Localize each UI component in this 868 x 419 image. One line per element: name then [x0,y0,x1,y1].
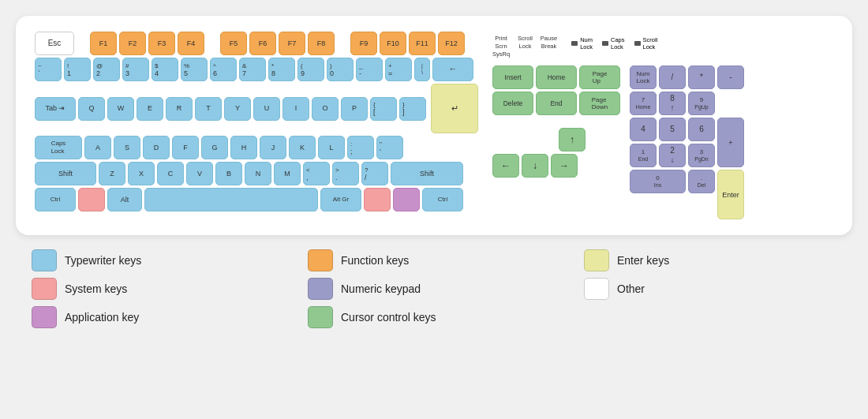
key-ctrl-left[interactable]: Ctrl [35,188,76,211]
key-m[interactable]: M [274,162,301,185]
key-a[interactable]: A [84,136,111,159]
key-menu[interactable] [393,188,420,211]
key-home[interactable]: Home [536,65,577,89]
key-2[interactable]: @2 [93,58,120,81]
key-backspace[interactable]: ← [432,58,473,81]
key-num8[interactable]: 8↑ [659,92,686,115]
key-f8[interactable]: F8 [308,32,335,55]
key-page-up[interactable]: PageUp [579,65,620,89]
key-slash[interactable]: ?/ [361,162,388,185]
key-win-left[interactable] [78,188,105,211]
key-w[interactable]: W [107,97,134,121]
key-win-right[interactable] [364,188,391,211]
key-minus[interactable]: _- [356,58,383,81]
key-num-enter[interactable]: Enter [717,170,744,219]
key-num-plus[interactable]: + [717,118,744,167]
key-g[interactable]: G [201,136,228,159]
key-num6[interactable]: 6 [688,118,715,141]
key-esc[interactable]: Esc [35,32,74,55]
key-f9[interactable]: F9 [350,32,377,55]
key-f11[interactable]: F11 [409,32,436,55]
key-f12[interactable]: F12 [438,32,465,55]
key-f5[interactable]: F5 [220,32,247,55]
key-tab[interactable]: Tab ⇥ [35,97,76,121]
key-4[interactable]: $4 [152,58,178,81]
key-period[interactable]: >. [332,162,359,185]
key-arrow-up[interactable]: ↑ [559,128,586,152]
key-alt-left[interactable]: Alt [107,188,142,211]
key-shift-right[interactable]: Shift [391,162,463,185]
key-q[interactable]: Q [78,97,105,121]
key-caps-lock[interactable]: CapsLock [35,136,82,159]
key-f2[interactable]: F2 [119,32,146,55]
key-equals[interactable]: += [385,58,412,81]
key-page-down[interactable]: PageDown [579,92,620,115]
key-j[interactable]: J [260,136,286,159]
key-quote[interactable]: "' [376,136,403,159]
key-v[interactable]: V [186,162,213,185]
key-b[interactable]: B [215,162,242,185]
key-pipe[interactable]: |\ [414,58,430,81]
key-num7[interactable]: 7Home [630,92,657,115]
key-semicolon[interactable]: :; [347,136,374,159]
key-f6[interactable]: F6 [249,32,276,55]
key-backtick[interactable]: ~` [35,58,62,81]
key-9[interactable]: (9 [297,58,324,81]
key-f3[interactable]: F3 [148,32,175,55]
key-delete[interactable]: Delete [492,92,533,115]
key-f10[interactable]: F10 [380,32,406,55]
key-num-slash[interactable]: / [659,65,686,89]
key-f4[interactable]: F4 [178,32,204,55]
key-shift-left[interactable]: Shift [35,162,96,185]
key-f[interactable]: F [172,136,199,159]
key-d[interactable]: D [143,136,170,159]
key-num-minus[interactable]: - [717,65,744,89]
key-ctrl-right[interactable]: Ctrl [422,188,463,211]
key-num0[interactable]: 0Ins [630,170,686,193]
key-1[interactable]: !1 [64,58,91,81]
key-alt-gr[interactable]: Alt Gr [320,188,361,211]
key-h[interactable]: H [230,136,257,159]
key-num4[interactable]: 4 [630,118,657,141]
key-s[interactable]: S [114,136,140,159]
key-num5[interactable]: 5 [659,118,686,141]
key-arrow-right[interactable]: → [551,154,578,178]
key-l[interactable]: L [318,136,345,159]
key-f1[interactable]: F1 [90,32,117,55]
key-num1[interactable]: 1End [630,144,657,167]
key-7[interactable]: &7 [239,58,266,81]
key-p[interactable]: P [341,97,368,121]
key-rbracket[interactable]: }] [399,97,426,121]
key-i[interactable]: I [282,97,309,121]
key-u[interactable]: U [253,97,280,121]
key-num3[interactable]: 3PgDn [688,144,715,167]
key-k[interactable]: K [289,136,316,159]
key-e[interactable]: E [137,97,163,121]
key-num2[interactable]: 2↓ [659,144,686,167]
key-c[interactable]: C [157,162,184,185]
key-o[interactable]: O [312,97,339,121]
key-comma[interactable]: <, [303,162,330,185]
key-0[interactable]: )0 [327,58,354,81]
key-6[interactable]: ^6 [210,58,237,81]
key-numlock[interactable]: NumLock [630,65,657,89]
key-t[interactable]: T [195,97,222,121]
key-end[interactable]: End [536,92,577,115]
key-arrow-down[interactable]: ↓ [522,154,548,178]
key-z[interactable]: Z [99,162,125,185]
key-num-del[interactable]: .Del [688,170,715,193]
key-lbracket[interactable]: {[ [370,97,397,121]
key-r[interactable]: R [166,97,193,121]
key-num-star[interactable]: * [688,65,715,89]
key-8[interactable]: *8 [268,58,295,81]
key-insert[interactable]: Insert [492,65,533,89]
key-n[interactable]: N [245,162,271,185]
key-y[interactable]: Y [224,97,251,121]
key-5[interactable]: %5 [181,58,208,81]
key-3[interactable]: #3 [122,58,149,81]
key-f7[interactable]: F7 [279,32,305,55]
key-arrow-left[interactable]: ← [492,154,519,178]
key-space[interactable] [144,188,318,211]
key-x[interactable]: X [128,162,155,185]
key-num9[interactable]: 9PgUp [688,92,715,115]
